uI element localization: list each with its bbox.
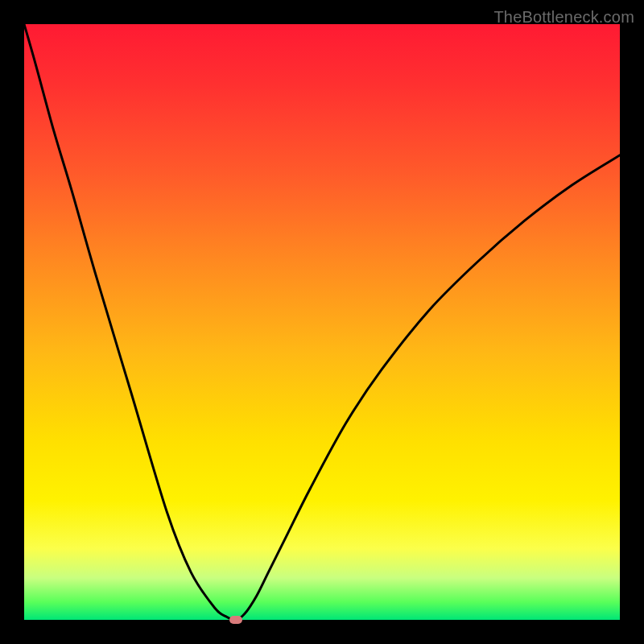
- line-chart: [24, 24, 620, 620]
- curve-path: [24, 24, 620, 620]
- plot-area: [24, 24, 620, 620]
- minimum-marker: [229, 616, 242, 624]
- chart-frame: TheBottleneck.com: [0, 0, 644, 644]
